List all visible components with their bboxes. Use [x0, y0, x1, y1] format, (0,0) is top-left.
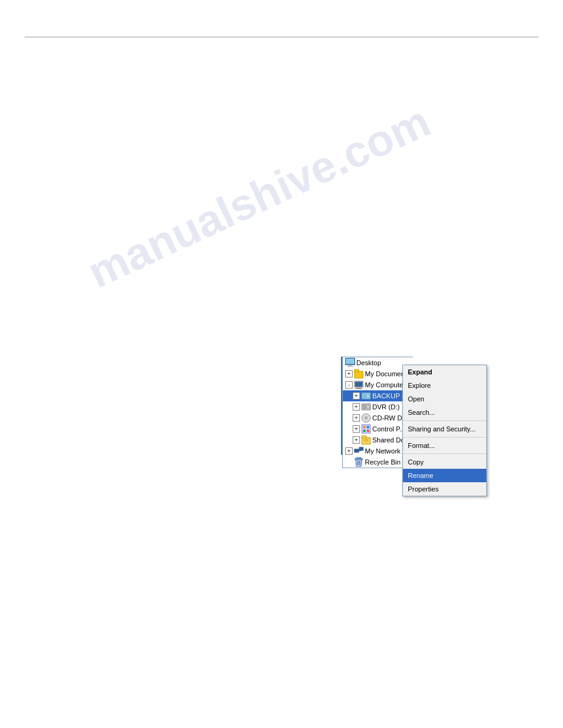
- context-menu-expand-label: Expand: [408, 368, 432, 376]
- context-menu-rename-label: Rename: [408, 472, 434, 479]
- context-menu-search-label: Search...: [408, 409, 435, 416]
- expand-icon-my-computer[interactable]: -: [345, 381, 353, 389]
- svg-rect-2: [347, 366, 353, 367]
- svg-point-25: [367, 430, 369, 432]
- expand-icon-dvr[interactable]: +: [353, 403, 360, 411]
- expand-icon-my-documents[interactable]: +: [345, 370, 353, 377]
- svg-point-23: [367, 426, 369, 428]
- context-menu-item-properties[interactable]: Properties: [403, 482, 486, 496]
- svg-point-13: [367, 395, 369, 396]
- tree-item-dvr-label: DVR (D:): [372, 403, 400, 411]
- control-panel-icon: [361, 424, 371, 434]
- separator-3: [403, 453, 486, 454]
- context-menu-item-open[interactable]: Open: [403, 392, 486, 406]
- tree-item-control-panel-label: Control P...: [372, 425, 405, 433]
- svg-rect-29: [364, 441, 368, 441]
- expand-icon-my-network[interactable]: +: [345, 447, 353, 455]
- svg-rect-5: [354, 370, 359, 372]
- expand-icon-shared-docs[interactable]: +: [353, 436, 360, 444]
- svg-point-22: [363, 426, 366, 428]
- context-menu-open-label: Open: [408, 395, 424, 403]
- svg-rect-28: [364, 439, 368, 440]
- context-menu-format-label: Format...: [408, 442, 435, 449]
- svg-rect-11: [362, 393, 366, 398]
- my-computer-icon: [354, 380, 364, 390]
- tree-item-recycle-bin-label: Recycle Bin: [365, 458, 400, 466]
- context-menu-explore-label: Explore: [408, 382, 431, 389]
- svg-point-20: [366, 417, 367, 419]
- context-menu-item-rename[interactable]: Rename: [403, 469, 486, 482]
- svg-rect-3: [346, 358, 354, 364]
- dvr-drive-icon: [361, 402, 371, 412]
- context-menu-item-copy[interactable]: Copy: [403, 455, 486, 469]
- separator-1: [403, 420, 486, 421]
- svg-rect-4: [354, 371, 363, 378]
- svg-rect-30: [354, 449, 359, 452]
- expand-icon-control-panel[interactable]: +: [353, 425, 360, 433]
- svg-point-17: [367, 406, 369, 408]
- tree-item-desktop-label: Desktop: [356, 359, 381, 366]
- svg-rect-21: [362, 425, 370, 433]
- recycle-bin-icon: [354, 457, 364, 467]
- context-menu-item-expand[interactable]: Expand: [403, 365, 486, 379]
- svg-rect-31: [359, 447, 363, 450]
- svg-point-24: [363, 430, 366, 432]
- my-network-icon: [354, 446, 364, 456]
- top-border: [25, 37, 538, 37]
- svg-rect-9: [355, 389, 362, 389]
- tree-item-my-computer-label: My Computer: [365, 381, 405, 389]
- context-menu-copy-label: Copy: [408, 458, 424, 466]
- desktop-icon: [345, 358, 355, 368]
- svg-rect-34: [357, 457, 361, 458]
- context-menu-item-format[interactable]: Format...: [403, 439, 486, 452]
- svg-rect-15: [362, 404, 366, 409]
- context-menu-item-search[interactable]: Search...: [403, 406, 486, 419]
- watermark: manualshive.com: [80, 96, 437, 298]
- separator-2: [403, 437, 486, 438]
- shared-docs-icon: [361, 435, 371, 445]
- backup-drive-icon: [361, 391, 371, 401]
- context-menu: Expand Explore Open Search... Sharing an…: [402, 365, 487, 496]
- expand-icon-cdrw[interactable]: +: [353, 414, 360, 422]
- context-menu-sharing-label: Sharing and Security...: [408, 425, 475, 433]
- svg-rect-27: [362, 436, 366, 438]
- my-documents-icon: [354, 369, 364, 379]
- context-menu-properties-label: Properties: [408, 485, 439, 493]
- context-menu-item-explore[interactable]: Explore: [403, 379, 486, 392]
- cdrw-icon: [361, 413, 371, 423]
- svg-rect-8: [356, 387, 361, 389]
- context-menu-item-sharing[interactable]: Sharing and Security...: [403, 422, 486, 436]
- expand-icon-backup[interactable]: +: [353, 392, 360, 400]
- svg-rect-7: [355, 382, 362, 387]
